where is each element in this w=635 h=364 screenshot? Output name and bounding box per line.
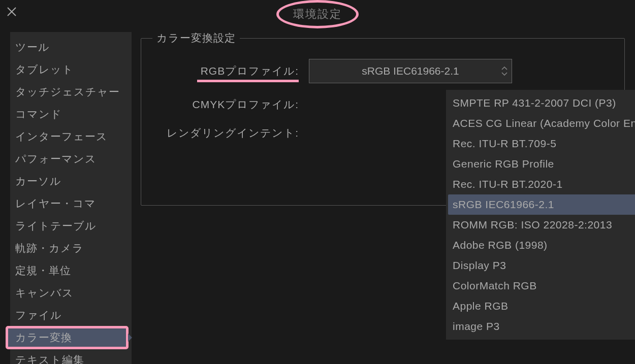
sidebar-item-label: タブレット	[15, 63, 74, 75]
content-area: カラー変換設定 RGBプロファイル: sRGB IEC61966-2.1 CMY…	[132, 32, 635, 364]
sidebar-item[interactable]: コマンド	[10, 103, 132, 125]
select-arrows-icon	[501, 67, 507, 76]
dropdown-option[interactable]: Adobe RGB (1998)	[448, 235, 635, 255]
sidebar-item-label: レイヤー・コマ	[15, 197, 96, 209]
sidebar-item-label: 定規・単位	[15, 264, 71, 276]
fieldset-legend: カラー変換設定	[152, 31, 240, 45]
dropdown-option[interactable]: Rec. ITU-R BT.709-5	[448, 134, 635, 154]
dropdown-option[interactable]: Rec. ITU-R BT.2020-1	[448, 174, 635, 194]
sidebar-item-label: ファイル	[15, 309, 62, 321]
sidebar-item[interactable]: インターフェース	[10, 125, 132, 148]
rgb-profile-value: sRGB IEC61966-2.1	[362, 65, 459, 77]
sidebar-item-label: コマンド	[15, 108, 62, 120]
sidebar-item-label: タッチジェスチャー	[15, 86, 120, 97]
sidebar-item[interactable]: 軌跡・カメラ	[10, 237, 132, 259]
sidebar: ツールタブレットタッチジェスチャーコマンドインターフェースパフォーマンスカーソル…	[10, 32, 132, 364]
sidebar-item[interactable]: ファイル	[10, 304, 132, 326]
dropdown-option[interactable]: ColorMatch RGB	[448, 276, 635, 296]
sidebar-item[interactable]: キャンバス	[10, 282, 132, 304]
sidebar-item-label: カーソル	[15, 175, 61, 187]
dropdown-option[interactable]: ACES CG Linear (Academy Color Encoding S…	[448, 113, 635, 134]
dropdown-option[interactable]: SMPTE RP 431-2-2007 DCI (P3)	[448, 93, 635, 113]
highlight-underline	[197, 80, 299, 82]
sidebar-item[interactable]: タッチジェスチャー	[10, 81, 132, 103]
main-container: ツールタブレットタッチジェスチャーコマンドインターフェースパフォーマンスカーソル…	[0, 24, 635, 364]
sidebar-item-label: ツール	[15, 41, 50, 53]
sidebar-item-label: ライトテーブル	[15, 220, 97, 231]
sidebar-item[interactable]: カーソル	[10, 170, 132, 192]
rgb-profile-dropdown[interactable]: SMPTE RP 431-2-2007 DCI (P3)ACES CG Line…	[446, 90, 635, 340]
rgb-profile-label: RGBプロファイル:	[151, 64, 309, 78]
cmyk-profile-label: CMYKプロファイル:	[151, 97, 309, 112]
dropdown-option[interactable]: Display P3	[448, 255, 635, 276]
dropdown-option[interactable]: ROMM RGB: ISO 22028-2:2013	[448, 215, 635, 235]
close-button[interactable]	[7, 7, 17, 17]
sidebar-item[interactable]: パフォーマンス	[10, 148, 132, 170]
sidebar-item[interactable]: テキスト編集	[10, 349, 132, 364]
rgb-profile-select[interactable]: sRGB IEC61966-2.1	[309, 59, 512, 83]
close-icon	[7, 7, 17, 17]
sidebar-item[interactable]: 定規・単位	[10, 259, 132, 282]
sidebar-item[interactable]: ライトテーブル	[10, 215, 132, 237]
sidebar-item-label: テキスト編集	[15, 354, 84, 364]
sidebar-item[interactable]: タブレット	[10, 58, 132, 81]
sidebar-item-label: カラー変換	[15, 332, 72, 343]
dropdown-option[interactable]: Apple RGB	[448, 296, 635, 316]
sidebar-item[interactable]: カラー変換	[6, 326, 128, 349]
rgb-profile-row: RGBプロファイル: sRGB IEC61966-2.1	[151, 59, 614, 83]
dropdown-option[interactable]: image P3	[448, 316, 635, 337]
dropdown-option[interactable]: Generic RGB Profile	[448, 154, 635, 174]
sidebar-item[interactable]: ツール	[10, 36, 132, 58]
sidebar-item-label: インターフェース	[15, 130, 108, 142]
titlebar: 環境設定	[0, 0, 635, 24]
window-title: 環境設定	[276, 0, 359, 28]
dropdown-option[interactable]: sRGB IEC61966-2.1	[448, 194, 635, 215]
rendering-intent-label: レンダリングインテント:	[151, 126, 309, 140]
sidebar-item-label: 軌跡・カメラ	[15, 242, 84, 254]
sidebar-item[interactable]: レイヤー・コマ	[10, 192, 132, 215]
sidebar-item-label: キャンバス	[15, 287, 74, 299]
sidebar-item-label: パフォーマンス	[15, 153, 97, 164]
